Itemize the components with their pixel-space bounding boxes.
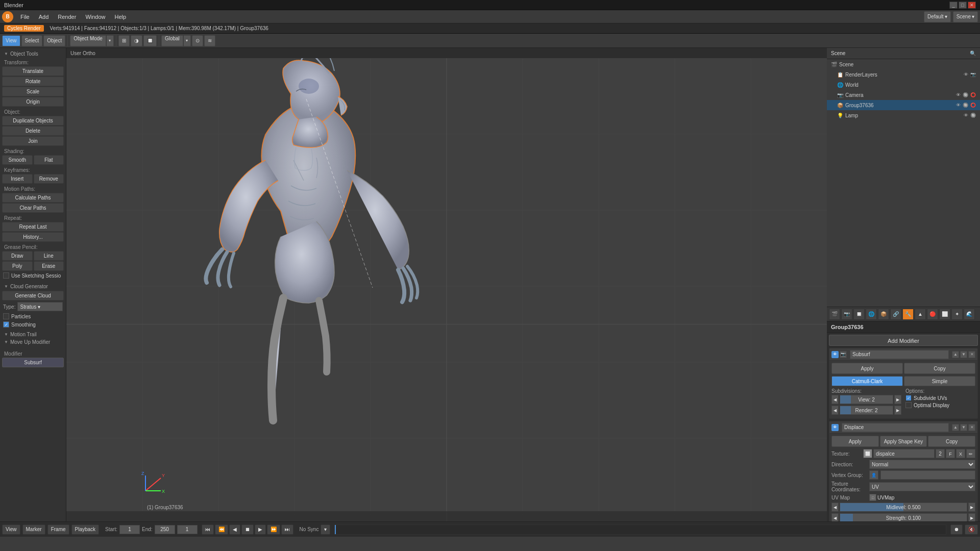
strength-dec-btn[interactable]: ◀ [831,513,839,521]
view-sub-inc-btn[interactable]: ▶ [894,395,901,404]
direction-select[interactable]: Normal X Y Z [869,460,975,469]
sculpt-btn[interactable]: ≋ [204,35,215,46]
select-menu-btn[interactable]: Select [21,35,43,46]
menu-render[interactable]: Render [54,13,80,21]
transform-selector[interactable]: Global [161,35,183,46]
subsurf-up-btn[interactable]: ▲ [952,351,959,358]
group-eye-btn[interactable]: 👁 [956,103,961,108]
mode-dropdown-arrow[interactable]: ▾ [107,35,114,46]
optimal-display-checkbox[interactable] [905,402,912,408]
mute-btn[interactable]: 🔇 [965,524,978,535]
camera-eye-btn[interactable]: 👁 [956,92,961,97]
scene-props-btn[interactable]: 🎬 [829,309,840,320]
texture-edit-btn[interactable]: ✏ [966,449,975,458]
group-select-btn[interactable]: ⭕ [970,103,976,108]
subsurf-down-btn[interactable]: ▼ [960,351,967,358]
history-btn[interactable]: History... [2,232,64,242]
repeat-last-btn[interactable]: Repeat Last [2,222,64,232]
play-btn[interactable]: ▶ [255,524,266,535]
outliner-search-btn[interactable]: 🔍 [970,51,976,56]
flat-btn[interactable]: Flat [34,155,64,165]
particles-checkbox[interactable] [3,313,9,319]
mode-dropdown[interactable]: Object Mode ▾ [70,35,114,46]
origin-btn[interactable]: Origin [2,97,64,107]
outliner-item-camera[interactable]: 📷 Camera 👁 🔘 ⭕ [827,90,980,100]
skip-end-btn[interactable]: ⏭ [281,524,293,535]
overlay-btn[interactable]: ⊞ [118,35,130,46]
displace-copy-btn[interactable]: Copy [928,436,975,447]
displace-apply-shape-btn[interactable]: Apply Shape Key [880,436,927,447]
end-frame-input[interactable] [155,525,175,534]
outliner-item-group[interactable]: 📦 Group37636 👁 🔘 ⭕ [827,100,980,110]
texture-num-input[interactable]: 2 [936,449,945,458]
constraints-btn[interactable]: 🔗 [890,309,901,320]
render-sub-dec-btn[interactable]: ◀ [831,406,839,415]
object-props-btn[interactable]: 📦 [878,309,889,320]
scene-selector[interactable]: Scene ▾ [953,11,978,22]
transform-dropdown[interactable]: Global ▾ [161,35,191,46]
minimize-btn[interactable]: _ [949,2,958,9]
render-sub-slider[interactable]: Render: 2 [840,406,893,415]
texture-preview-icon[interactable]: ⬜ [863,449,872,458]
displace-down-btn[interactable]: ▼ [960,424,967,431]
menu-add[interactable]: Add [35,13,53,21]
view-sub-dec-btn[interactable]: ◀ [831,395,839,404]
poly-btn[interactable]: Poly [2,261,33,271]
displace-apply-btn[interactable]: Apply [831,436,879,447]
mode-selector[interactable]: Object Mode [70,35,106,46]
current-frame-input[interactable] [177,525,198,534]
subsurf-x-btn[interactable]: ✕ [968,351,975,358]
displace-x-btn[interactable]: ✕ [968,424,975,431]
view-sub-slider[interactable]: View: 2 [840,395,893,404]
group-render-btn[interactable]: 🔘 [963,103,968,108]
menu-window[interactable]: Window [81,13,109,21]
translate-btn[interactable]: Translate [2,66,64,76]
menu-help[interactable]: Help [111,13,131,21]
rotate-btn[interactable]: Rotate [2,77,64,86]
proportional-btn[interactable]: ⊙ [192,35,203,46]
midlevel-slider[interactable]: Midlevel: 0.500 [840,503,967,512]
outliner-item-lamp[interactable]: 💡 Lamp 👁 🔘 [827,110,980,120]
camera-render-btn[interactable]: 🔘 [963,92,968,97]
displace-vis-icon[interactable]: 👁 [831,424,839,431]
duplicate-objects-btn[interactable]: Duplicate Objects [2,116,64,126]
timeline-playback-btn[interactable]: Playback [71,524,100,535]
texture-browse-btn[interactable]: X [956,449,965,458]
strength-inc-btn[interactable]: ▶ [968,513,975,521]
sync-select-btn[interactable]: ▾ [321,524,330,535]
vertex-group-input[interactable] [880,470,975,480]
renderlayers-eye-btn[interactable]: 👁 [964,72,968,77]
object-tools-title[interactable]: Object Tools [0,50,66,58]
shading-btn[interactable]: ◑ [131,35,142,46]
subsurf-cam-icon[interactable]: 📷 [840,351,847,358]
outliner-item-world[interactable]: 🌐 World [827,80,980,90]
prev-keyframe-btn[interactable]: ⏪ [215,524,228,535]
subsurf-name-input[interactable] [850,350,949,359]
subdivide-uvs-checkbox[interactable]: ✓ [905,395,912,401]
timeline-marker-btn[interactable]: Marker [22,524,45,535]
record-btn[interactable]: ⏺ [950,524,963,535]
texture-name-display[interactable]: dispalce [873,449,935,458]
transform-arrow[interactable]: ▾ [184,35,191,46]
play-reverse-btn[interactable]: ◀ [229,524,240,535]
modifier-props-btn[interactable]: 🔧 [902,309,914,320]
timeline-frame-btn[interactable]: Frame [47,524,69,535]
cloud-generator-title[interactable]: Cloud Generator [0,283,66,290]
physics-props-btn[interactable]: 🌊 [964,309,975,320]
next-keyframe-btn[interactable]: ⏩ [267,524,280,535]
add-modifier-btn[interactable]: Add Modifier [829,335,978,346]
subsurf-apply-btn[interactable]: Apply [831,363,903,374]
displace-name-input[interactable] [842,423,949,432]
subsurf-copy-btn[interactable]: Copy [904,363,975,374]
outliner-item-scene[interactable]: 🎬 Scene [827,59,980,69]
simple-tab[interactable]: Simple [904,376,975,386]
timeline-track[interactable] [334,524,946,535]
world-props-btn[interactable]: 🌐 [866,309,877,320]
strength-slider[interactable]: Strength: 0.100 [840,513,967,521]
object-menu-btn[interactable]: Object [43,35,65,46]
scale-btn[interactable]: Scale [2,87,64,96]
smoothing-checkbox[interactable]: ✓ [3,321,9,328]
motion-trail-title[interactable]: Motion Trail [0,331,66,338]
midlevel-dec-btn[interactable]: ◀ [831,503,839,512]
screen-selector[interactable]: Default ▾ [924,11,951,22]
